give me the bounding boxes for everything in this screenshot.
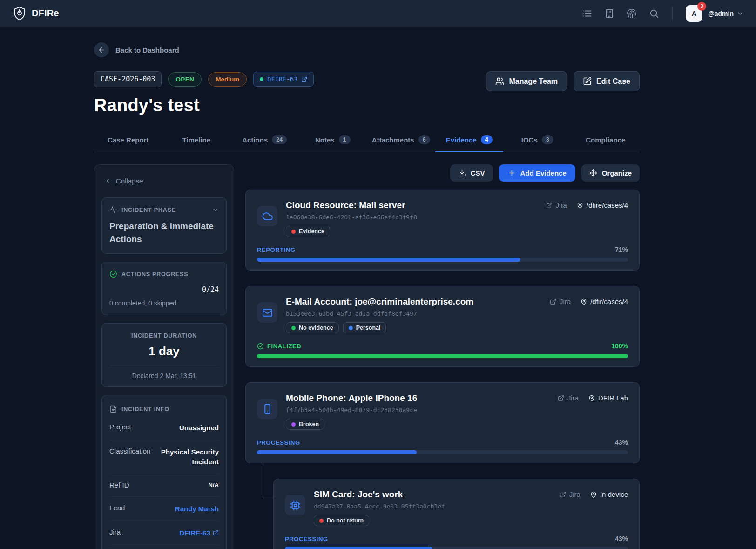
evidence-tag: Do not return	[314, 515, 369, 526]
evidence-list: Cloud Resource: Mail server 1e060a38-6de…	[245, 190, 640, 549]
navbar-divider	[672, 7, 673, 20]
user-menu[interactable]: A 3 @admin	[686, 5, 744, 22]
chevron-down-icon[interactable]	[212, 206, 219, 213]
evidence-toolbar: CSV Add Evidence Organize	[245, 164, 640, 182]
collapse-sidebar-button[interactable]: Collapse	[101, 177, 227, 190]
jira-link-badge[interactable]: DFIRE-63	[253, 72, 314, 87]
evidence-location: /dfire/cases/4	[576, 201, 628, 209]
external-link-icon	[546, 202, 553, 209]
manage-team-label: Manage Team	[509, 77, 558, 86]
case-id-badge: CASE-2026-003	[94, 71, 162, 87]
evidence-status: FINALIZED	[257, 343, 301, 350]
evidence-uuid: f4f7b3a4-504b-49ed-8079-dc238250a9ce	[286, 407, 417, 413]
building-icon[interactable]	[604, 8, 614, 19]
map-pin-icon	[580, 298, 587, 305]
incident-phase-value: Preparation & Immediate Actions	[109, 220, 219, 245]
incident-duration-label: INCIDENT DURATION	[109, 332, 219, 339]
evidence-card-mobile-phone[interactable]: Mobile Phone: Apple iPhone 16 f4f7b3a4-5…	[245, 382, 640, 463]
evidence-title: SIM Card: Joe's work	[314, 489, 445, 500]
jira-link[interactable]: Jira	[550, 298, 571, 305]
info-row-lead: Lead Randy Marsh	[109, 497, 219, 521]
tab-count-badge: 4	[481, 135, 493, 144]
tab-count-badge: 3	[542, 135, 554, 144]
jira-link[interactable]: DFIRE-63	[179, 528, 219, 538]
evidence-uuid: 1e060a38-6de6-4201-af36-e66ef4c3f9f8	[286, 214, 417, 221]
back-to-dashboard-button[interactable]: Back to Dashboard	[94, 27, 640, 57]
jira-link[interactable]: Jira	[546, 201, 567, 209]
tab-actions[interactable]: Actions24	[230, 129, 299, 152]
evidence-card-cloud-resource[interactable]: Cloud Resource: Mail server 1e060a38-6de…	[245, 190, 640, 271]
arrow-left-icon	[94, 42, 109, 57]
manage-team-button[interactable]: Manage Team	[486, 71, 567, 91]
jira-link[interactable]: Jira	[560, 490, 580, 498]
status-badge: OPEN	[168, 72, 202, 87]
notification-badge: 3	[697, 2, 706, 11]
plus-icon	[508, 169, 516, 177]
jira-badge-label: DFIRE-63	[267, 75, 297, 83]
check-circle-icon	[109, 270, 117, 278]
evidence-percent: 43%	[615, 535, 628, 542]
external-link-icon	[550, 298, 556, 305]
actions-progress-summary: 0 completed, 0 skipped	[109, 299, 219, 307]
evidence-card-sim-card[interactable]: SIM Card: Joe's work dd947a37-0aa5-4ecc-…	[273, 479, 640, 549]
info-row-project: Project Unassigned	[109, 416, 219, 440]
tab-count-badge: 6	[418, 135, 430, 144]
actions-progress-card: ACTIONS PROGRESS 0/24 0 completed, 0 ski…	[101, 262, 227, 315]
evidence-percent: 71%	[615, 246, 628, 253]
tab-timeline[interactable]: Timeline	[162, 129, 231, 152]
evidence-tag: Personal	[343, 322, 386, 333]
edit-case-button[interactable]: Edit Case	[574, 71, 640, 91]
info-row-ref-id: Ref ID N/A	[109, 474, 219, 497]
mail-icon	[257, 302, 277, 323]
organize-button[interactable]: Organize	[581, 164, 640, 182]
download-icon	[458, 169, 466, 177]
evidence-status: REPORTING	[257, 246, 296, 253]
progress-bar	[257, 258, 628, 262]
username: @admin	[708, 10, 734, 17]
progress-bar	[285, 547, 628, 549]
jira-link[interactable]: Jira	[558, 394, 579, 402]
evidence-uuid: b153e0e3-63bd-45f3-ad1a-ddfaf8ef3497	[286, 310, 473, 317]
tab-iocs[interactable]: IOCs3	[503, 129, 572, 152]
move-icon	[589, 169, 597, 177]
evidence-status: PROCESSING	[257, 439, 300, 446]
app-logo[interactable]: DFIRe	[12, 6, 59, 21]
sim-chip-icon	[285, 495, 305, 515]
incident-phase-label: INCIDENT PHASE	[122, 207, 176, 213]
tab-notes[interactable]: Notes1	[299, 129, 367, 152]
tab-count-badge: 1	[339, 135, 351, 144]
flame-shield-logo-icon	[12, 6, 27, 21]
csv-export-button[interactable]: CSV	[450, 164, 493, 182]
search-icon[interactable]	[649, 8, 659, 19]
jira-status-dot	[260, 77, 263, 81]
tab-attachments[interactable]: Attachments6	[367, 129, 435, 152]
list-icon[interactable]	[582, 8, 592, 19]
divider	[109, 366, 219, 366]
activity-icon	[109, 206, 117, 214]
chevron-down-icon	[736, 10, 744, 17]
progress-bar	[257, 450, 628, 454]
evidence-tag: No evidence	[286, 322, 339, 333]
add-evidence-button[interactable]: Add Evidence	[499, 164, 575, 182]
evidence-percent: 43%	[615, 439, 628, 446]
evidence-card-email-account[interactable]: E-Mail Account: joe@criminalenterprise.c…	[245, 286, 640, 367]
fingerprint-icon[interactable]	[627, 8, 637, 19]
progress-bar	[257, 354, 628, 358]
smartphone-icon	[257, 399, 277, 419]
tab-compliance[interactable]: Compliance	[572, 129, 640, 152]
tab-case-report[interactable]: Case Report	[94, 129, 162, 152]
incident-duration-value: 1 day	[109, 344, 219, 359]
external-link-icon	[213, 530, 219, 536]
evidence-location: In device	[590, 490, 628, 498]
brand-name: DFIRe	[32, 8, 59, 19]
chevron-left-icon	[104, 177, 111, 184]
lead-link[interactable]: Randy Marsh	[175, 504, 219, 514]
info-row-classification: Classification Physical Security Inciden…	[109, 440, 219, 474]
incident-phase-card[interactable]: INCIDENT PHASE Preparation & Immediate A…	[101, 197, 227, 254]
map-pin-icon	[588, 394, 595, 402]
evidence-child-connector: SIM Card: Joe's work dd947a37-0aa5-4ecc-…	[273, 479, 640, 549]
tab-count-badge: 24	[272, 135, 287, 144]
tab-evidence[interactable]: Evidence4	[435, 129, 504, 152]
edit-icon	[583, 77, 592, 86]
case-sidebar: Collapse INCIDENT PHASE Preparation & Im…	[94, 164, 234, 549]
